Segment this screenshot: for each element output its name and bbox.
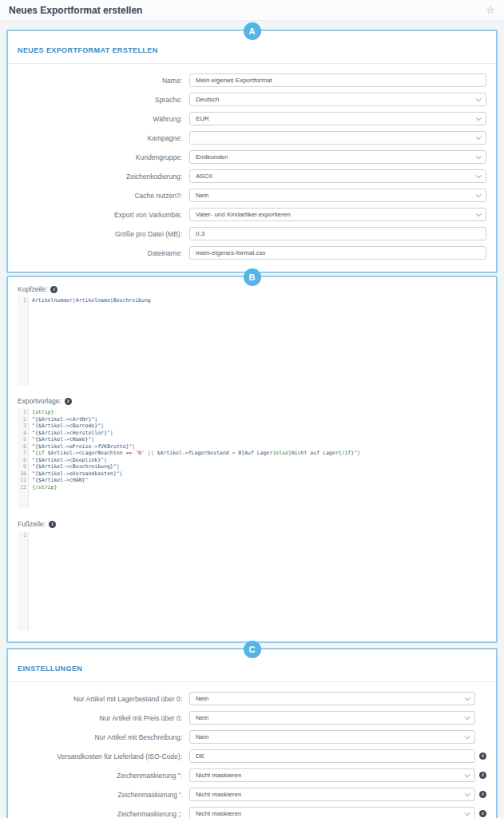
exportvorlage-code-line: "{if $Artikel->cLagerBeachten == 'N' || … [32,450,486,457]
exportvorlage-block: Exportvorlage:i123456789101112{strip}"{$… [8,397,496,509]
form-row-sprache: Sprache:Deutsch [18,93,486,106]
dateiname-input[interactable] [189,246,486,260]
chevron-down-icon [465,733,470,739]
exportvorlage-label: Exportvorlage: [18,397,62,405]
fusszeile-line-numbers: 1 [18,531,29,630]
section-c-form: Nur Artikel mit Lagerbestand über 0:Nein… [8,682,496,818]
sprache-select[interactable]: Deutsch [189,93,486,106]
kundengruppe-select[interactable]: Endkunden [189,150,486,164]
maskierung-apostroph-label: Zeichenmaskierung ': [18,791,189,799]
form-row-dateiname: Dateiname: [18,246,486,260]
exportvorlage-code-line: "{$Artikel->cBeschreibung}"| [32,463,486,471]
sprache-selected-value: Deutsch [196,96,219,103]
waehrung-select[interactable]: EUR [189,112,486,125]
maskierung-apostroph-select[interactable]: Nicht maskieren [189,788,475,801]
fusszeile-code-area[interactable] [29,531,486,630]
form-row-groesse-pro-datei: Größe pro Datei (MB): [18,227,486,240]
zeichenkodierung-selected-value: ASCII [196,173,212,180]
maskierung-quote-label: Zeichenmaskierung ": [18,772,189,780]
maskierung-semikolon-selected-value: Nicht maskieren [196,810,241,817]
versandkosten-iso-input[interactable] [189,749,475,763]
kopfzeile-code-editor: 1Artikelnummer|Artikelname|Beschreibung [18,296,486,386]
maskierung-apostroph-info-icon[interactable]: i [479,791,486,798]
kopfzeile-code-line: Artikelnummer|Artikelname|Beschreibung [32,297,486,304]
mit-beschreibung-selected-value: Nein [196,733,208,741]
chevron-down-icon [476,134,482,140]
lagerbestand-ueber-0-select[interactable]: Nein [189,692,475,705]
versandkosten-iso-info-icon[interactable]: i [479,752,486,760]
preis-ueber-0-select[interactable]: Nein [189,711,475,725]
form-row-maskierung-quote: Zeichenmaskierung ":Nicht maskiereni [18,768,486,782]
kopfzeile-info-icon[interactable]: i [50,286,58,293]
maskierung-semikolon-info-col: i [475,810,486,817]
versandkosten-iso-info-col: i [475,752,486,760]
fusszeile-code-editor: 1 [18,531,486,630]
form-row-name: Name: [18,73,486,87]
exportvorlage-code-line: "{$Artikel->oVersandkosten}"| [32,471,486,478]
preis-ueber-0-selected-value: Nein [196,714,208,721]
sprache-label: Sprache: [18,96,189,104]
kundengruppe-selected-value: Endkunden [196,153,228,161]
exportvorlage-code-line: "{$Artikel->cHersteller}"| [32,430,486,437]
section-a-form: Name:Sprache:DeutschWährung:EURKampagne:… [8,64,496,272]
form-row-kampagne: Kampagne: [18,131,486,145]
lagerbestand-ueber-0-label: Nur Artikel mit Lagerbestand über 0: [18,695,189,703]
exportvorlage-code-area[interactable]: {strip}"{$Artikel->cArtNr}"|"{$Artikel->… [29,408,486,509]
fusszeile-block: Fußzeile:i1 [8,520,496,630]
chevron-down-icon [465,714,470,720]
chevron-down-icon [476,153,482,159]
waehrung-label: Währung: [18,115,189,123]
maskierung-quote-info-icon[interactable]: i [479,772,486,779]
exportvorlage-line-numbers: 123456789101112 [18,408,29,509]
preis-ueber-0-label: Nur Artikel mit Preis über 0: [18,714,189,722]
form-row-kundengruppe: Kundengruppe:Endkunden [18,150,486,164]
lagerbestand-ueber-0-selected-value: Nein [196,695,208,702]
mit-beschreibung-select[interactable]: Nein [189,730,475,744]
exportvorlage-code-line: "{$Artikel->oPreise->fVKBrutto}"| [32,443,486,451]
section-b-badge: B [244,268,261,286]
chevron-down-icon [476,173,482,178]
name-label: Name: [18,77,189,85]
chevron-down-icon [465,695,470,701]
form-row-maskierung-semikolon: Zeichenmaskierung ;:Nicht maskiereni [18,807,486,818]
kampagne-select[interactable] [189,131,486,145]
dateiname-label: Dateiname: [18,249,189,257]
chevron-down-icon [465,772,470,777]
exportvorlage-code-line: "{$Artikel->cArtNr}"| [32,416,486,423]
waehrung-selected-value: EUR [196,115,209,122]
export-varkombis-select[interactable]: Vater- und Kindartikel exportieren [189,208,486,221]
chevron-down-icon [465,791,470,796]
kopfzeile-code-area[interactable]: Artikelnummer|Artikelname|Beschreibung [29,296,486,386]
exportvorlage-info-icon[interactable]: i [65,398,72,405]
chevron-down-icon [476,192,482,197]
form-row-maskierung-apostroph: Zeichenmaskierung ':Nicht maskiereni [18,788,486,801]
favorite-star-icon[interactable]: ☆ [486,5,495,15]
section-c-panel: C EINSTELLUNGEN Nur Artikel mit Lagerbes… [6,648,498,818]
exportvorlage-code-line: {strip} [32,409,486,416]
groesse-pro-datei-input[interactable] [189,227,486,240]
exportvorlage-code-line: {/strip} [32,484,486,491]
exportvorlage-code-line: "{$Artikel->cHAN}" [32,477,486,484]
exportvorlage-code-line: "{$Artikel->cName}"| [32,436,486,443]
name-input[interactable] [189,73,486,87]
form-row-lagerbestand-ueber-0: Nur Artikel mit Lagerbestand über 0:Nein [18,692,486,705]
cache-nutzen-select[interactable]: Nein [189,189,486,202]
zeichenkodierung-select[interactable]: ASCII [189,169,486,183]
kundengruppe-label: Kundengruppe: [18,153,189,161]
kopfzeile-label: Kopfzeile: [18,285,47,293]
fusszeile-info-icon[interactable]: i [49,521,56,528]
maskierung-semikolon-label: Zeichenmaskierung ;: [18,810,189,818]
mit-beschreibung-label: Nur Artikel mit Beschreibung: [18,733,189,741]
form-row-preis-ueber-0: Nur Artikel mit Preis über 0:Nein [18,711,486,725]
export-varkombis-selected-value: Vater- und Kindartikel exportieren [196,211,291,218]
maskierung-semikolon-info-icon[interactable]: i [479,810,486,817]
groesse-pro-datei-label: Größe pro Datei (MB): [18,230,189,238]
maskierung-quote-select[interactable]: Nicht maskieren [189,768,475,782]
chevron-down-icon [476,115,482,121]
page-title: Neues Exportformat erstellen [9,5,142,16]
section-a-heading: NEUES EXPORTFORMAT ERSTELLEN [18,46,158,54]
form-row-cache-nutzen: Cache nutzen?:Nein [18,189,486,202]
section-a-badge: A [244,22,261,40]
cache-nutzen-selected-value: Nein [196,192,208,199]
maskierung-semikolon-select[interactable]: Nicht maskieren [189,807,475,818]
